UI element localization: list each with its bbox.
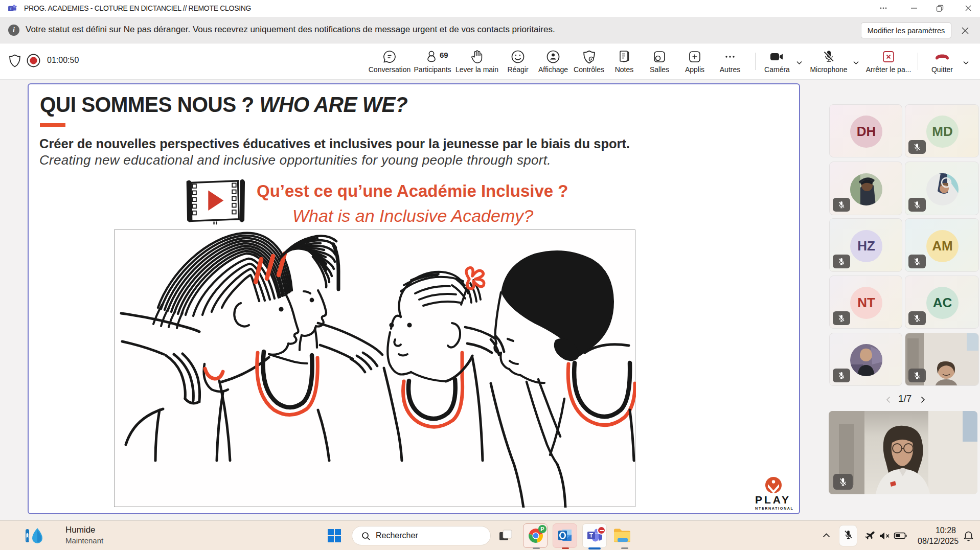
svg-text:INTERNATIONAL: INTERNATIONAL <box>755 506 793 511</box>
svg-text:PLAY: PLAY <box>755 494 791 506</box>
svg-text:T: T <box>10 7 12 11</box>
